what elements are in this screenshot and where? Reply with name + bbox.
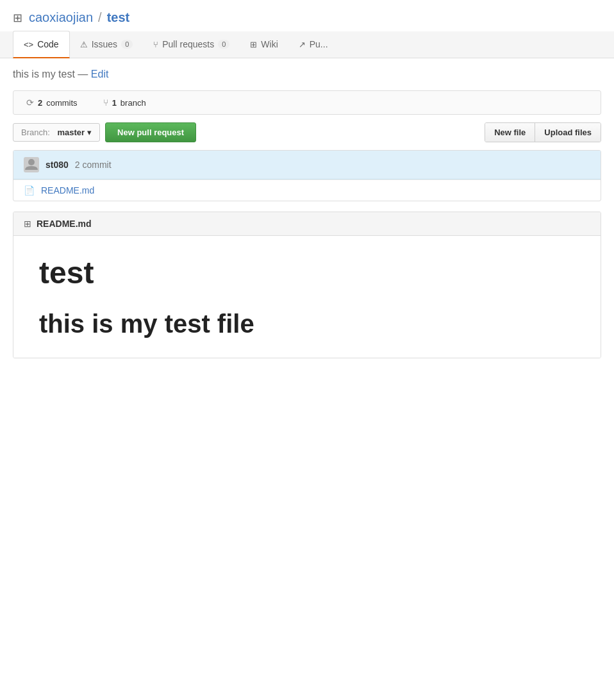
file-link[interactable]: README.md: [41, 185, 94, 196]
repo-name-link[interactable]: test: [107, 10, 130, 25]
repo-owner-link[interactable]: caoxiaojian: [29, 10, 93, 25]
commit-message: 2 commit: [75, 160, 112, 170]
repo-icon: ⊞: [13, 11, 22, 25]
branch-label: Branch:: [21, 128, 50, 137]
readme-title: README.md: [37, 219, 92, 229]
readme-header: ⊞ README.md: [13, 212, 601, 236]
description-text: this is my test: [13, 69, 75, 79]
tab-wiki[interactable]: ⊞ Wiki: [240, 31, 288, 58]
branch-name: master: [57, 128, 85, 137]
description-separator: —: [78, 69, 90, 79]
branch-selector[interactable]: Branch: master ▾: [13, 123, 100, 142]
tab-code[interactable]: <> Code: [13, 31, 70, 58]
code-icon: <>: [24, 40, 33, 49]
tab-wiki-label: Wiki: [261, 39, 278, 49]
stats-bar: ⟳ 2 commits ⑂ 1 branch: [13, 90, 601, 115]
upload-files-button[interactable]: Upload files: [535, 123, 601, 142]
tab-pulse[interactable]: ↗ Pu...: [288, 31, 338, 58]
commits-count: 2: [38, 98, 42, 108]
chevron-down-icon: ▾: [87, 128, 92, 137]
new-file-button[interactable]: New file: [485, 123, 535, 142]
commits-icon: ⟳: [26, 97, 34, 108]
tab-issues-label: Issues: [92, 39, 117, 49]
branches-stat[interactable]: ⑂ 1 branch: [103, 97, 146, 108]
repo-description: this is my test — Edit: [0, 58, 614, 90]
new-pull-request-button[interactable]: New pull request: [105, 122, 196, 142]
readme-h1: test: [39, 255, 575, 290]
branches-label: branch: [120, 98, 146, 108]
branches-icon: ⑂: [103, 97, 108, 108]
tab-issues[interactable]: ⚠ Issues 0: [70, 31, 144, 58]
tab-pulse-label: Pu...: [310, 39, 328, 49]
file-list: st080 2 commit 📄 README.md: [13, 150, 601, 201]
readme-content: test this is my test file: [13, 236, 601, 358]
tab-pull-requests-label: Pull requests: [162, 39, 214, 49]
readme-h2: this is my test file: [39, 310, 575, 338]
commits-stat[interactable]: ⟳ 2 commits: [26, 97, 78, 108]
tabs-bar: <> Code ⚠ Issues 0 ⑂ Pull requests 0 ⊞ W…: [0, 31, 614, 58]
table-row: 📄 README.md: [13, 179, 601, 201]
commit-user[interactable]: st080: [46, 160, 69, 170]
branches-count: 1: [112, 98, 117, 108]
readme-icon: ⊞: [24, 219, 31, 229]
svg-point-0: [28, 159, 35, 165]
tab-pull-requests[interactable]: ⑂ Pull requests 0: [143, 31, 240, 58]
commits-label: commits: [46, 98, 77, 108]
pulse-icon: ↗: [299, 40, 306, 49]
tab-code-label: Code: [37, 39, 58, 49]
avatar: [24, 157, 39, 172]
file-actions-group: New file Upload files: [485, 122, 601, 142]
actions-bar: Branch: master ▾ New pull request New fi…: [13, 122, 601, 142]
pull-requests-icon: ⑂: [153, 40, 158, 49]
repo-header: ⊞ caoxiaojian / test: [0, 0, 614, 25]
wiki-icon: ⊞: [250, 40, 257, 49]
repo-separator: /: [98, 10, 102, 25]
readme-section: ⊞ README.md test this is my test file: [13, 212, 601, 358]
commit-bar: st080 2 commit: [13, 151, 601, 179]
edit-description-link[interactable]: Edit: [91, 69, 109, 79]
file-icon: 📄: [24, 185, 35, 196]
pull-requests-badge: 0: [218, 40, 229, 49]
issues-icon: ⚠: [80, 40, 88, 49]
issues-badge: 0: [121, 40, 133, 49]
